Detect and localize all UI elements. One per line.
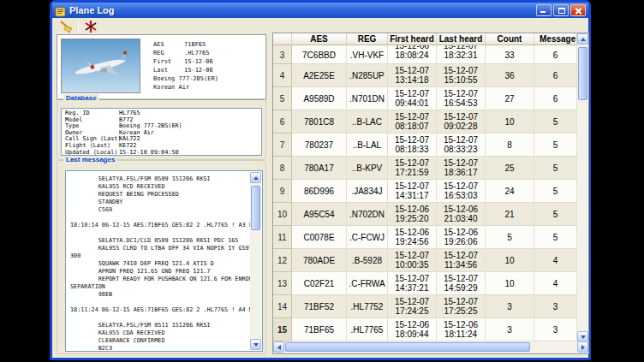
titlebar[interactable]: Plane Log: [52, 3, 588, 18]
count-cell: 27: [486, 87, 534, 110]
first-heard-cell: 15-12-07 08:18:07: [388, 110, 437, 134]
reg-cell: ..B-LAC: [347, 110, 388, 134]
scroll-up-button[interactable]: [577, 33, 588, 45]
reg-cell: .N701DN: [347, 87, 388, 110]
count-cell: 10: [486, 272, 534, 295]
first-heard-cell: 15-12-07 10:00:35: [388, 249, 437, 272]
aircraft-photo: [61, 39, 140, 93]
field-value: 15-12-10 09:04:50: [119, 149, 179, 156]
table-row[interactable]: 5A9589D.N701DN15-12-07 09:44:0115-12-07 …: [273, 87, 577, 110]
table-row[interactable]: 11C0078E.C-FCWJ15-12-06 19:24:5615-12-06…: [273, 226, 577, 249]
clear-log-button[interactable]: [57, 19, 75, 34]
reg-cell: .N702DN: [347, 203, 388, 226]
database-title: Database: [63, 94, 99, 102]
toolbar-separator: [78, 21, 79, 33]
aes-cell: C02F21: [292, 272, 347, 295]
column-header[interactable]: Count: [486, 33, 534, 45]
table-horizontal-scrollbar[interactable]: [273, 341, 588, 353]
reg-cell: .C-FCWJ: [347, 226, 388, 249]
window-title: Plane Log: [69, 5, 115, 15]
reg-cell: ..B-LAL: [347, 134, 388, 157]
table-row[interactable]: 37C6BBD.VH-VKF15-12-06 18:08:2415-12-07 …: [273, 45, 577, 64]
table-row[interactable]: 67801C8..B-LAC15-12-07 08:18:0715-12-07 …: [273, 110, 577, 134]
flight-table: AESREGFirst heardLast heardCountMessage …: [272, 33, 589, 354]
first-heard-cell: 15-12-07 08:18:33: [388, 134, 437, 157]
aes-cell: 71BF65: [292, 318, 347, 341]
messages-groupbox: Last messages SELATYA.FSL/FSM 0509 15120…: [57, 160, 266, 354]
field-label: Updated (Local): [65, 150, 119, 156]
table-row[interactable]: 10A95C54.N702DN15-12-06 19:25:2015-12-06…: [273, 203, 577, 226]
table-row[interactable]: 13C02F21.C-FRWA15-12-07 14:37:2115-12-07…: [273, 272, 577, 295]
first-heard-cell: 15-12-07 09:44:01: [388, 87, 437, 110]
table-vertical-scrollbar[interactable]: [577, 33, 588, 342]
aes-cell: A2E25E: [292, 64, 347, 87]
table-row[interactable]: 8780A17..B-KPV15-12-07 17:21:5915-12-07 …: [273, 157, 577, 180]
message-count-cell: 6: [534, 87, 577, 110]
count-cell: 21: [486, 203, 534, 226]
count-cell: 3: [486, 318, 534, 341]
table-row[interactable]: 986D996.JA834J15-12-07 14:31:1715-12-07 …: [273, 180, 577, 203]
message-count-cell: 6: [534, 64, 577, 87]
count-cell: 25: [486, 157, 534, 180]
scroll-up-button[interactable]: [250, 172, 261, 183]
reg-cell: .B-5928: [347, 249, 388, 272]
last-heard-cell: 15-12-07 16:54:53: [437, 87, 486, 110]
table-row[interactable]: 12780ADE.B-592815-12-07 10:00:3515-12-07…: [273, 249, 577, 272]
database-fields: Reg. IDHL7765ModelB772TypeBoeing 777-2B5…: [61, 108, 262, 156]
summary-value: 15-12-06: [184, 58, 213, 65]
scrollbar-thumb[interactable]: [251, 186, 260, 230]
row-number-cell: 6: [273, 110, 292, 134]
reg-cell: .N285UP: [347, 64, 388, 87]
maximize-button[interactable]: [553, 4, 569, 16]
table-body: 37C6BBD.VH-VKF15-12-06 18:08:2415-12-07 …: [273, 45, 577, 341]
database-groupbox: Database Reg. IDHL7765ModelB772TypeBoein…: [57, 98, 266, 160]
desktop-background: Plane Log: [0, 0, 644, 362]
aes-cell: A95C54: [292, 203, 347, 226]
first-heard-cell: 15-12-06 18:09:44: [388, 318, 437, 341]
reg-cell: ..B-KPV: [347, 157, 388, 180]
first-heard-cell: 15-12-07 17:21:59: [388, 157, 437, 180]
count-cell: 36: [486, 64, 534, 87]
first-heard-cell: 15-12-07 17:24:25: [388, 295, 437, 318]
first-heard-cell: 15-12-06 18:08:24: [388, 45, 437, 64]
column-header[interactable]: REG: [347, 33, 388, 45]
column-header[interactable]: Message count: [534, 33, 577, 45]
column-header[interactable]: First heard: [388, 33, 437, 45]
database-field-row: Reg. IDHL7765: [65, 110, 261, 117]
summary-value: .HL7765: [184, 50, 210, 56]
reg-cell: .VH-VKF: [347, 45, 388, 64]
scroll-left-button[interactable]: [273, 341, 284, 353]
aes-cell: 71BF52: [292, 295, 347, 318]
aes-cell: 780A17: [292, 157, 347, 180]
table-row[interactable]: 7780237..B-LAL15-12-07 08:18:3315-12-07 …: [273, 134, 577, 157]
aircraft-type-line: Boeing 777-2B5(ER): [153, 74, 218, 83]
column-header[interactable]: [273, 33, 292, 45]
table-row[interactable]: 1471BF52.HL775215-12-07 17:24:2515-12-07…: [273, 295, 577, 318]
column-header[interactable]: AES: [292, 33, 347, 45]
last-heard-cell: 15-12-06 21:03:40: [437, 203, 486, 226]
minimize-button[interactable]: [536, 4, 552, 16]
scroll-down-button[interactable]: [250, 339, 261, 350]
aes-cell: 86D996: [292, 180, 347, 203]
first-heard-cell: 15-12-07 14:37:21: [388, 272, 437, 295]
row-number-cell: 9: [273, 180, 292, 203]
table-row[interactable]: 1571BF65.HL776515-12-06 18:09:4415-12-06…: [273, 318, 577, 341]
scrollbar-thumb[interactable]: [285, 342, 530, 352]
row-number-cell: 11: [273, 226, 292, 249]
message-count-cell: 3: [534, 295, 577, 318]
summary-label: REG: [153, 49, 184, 57]
table-row[interactable]: 4A2E25E.N285UP15-12-07 13:14:1815-12-07 …: [273, 64, 577, 87]
close-button[interactable]: [570, 4, 586, 16]
first-heard-cell: 15-12-07 13:14:18: [388, 64, 437, 87]
count-cell: 24: [486, 180, 534, 203]
aes-cell: 7801C8: [292, 110, 347, 134]
scroll-right-button[interactable]: [577, 341, 588, 353]
messages-textarea[interactable]: SELATYA.FSL/FSM 0509 151206 RKSI KAL955 …: [65, 170, 263, 352]
summary-row: Last15-12-06: [153, 66, 218, 74]
mark-plane-button[interactable]: [82, 19, 99, 34]
column-header[interactable]: Last heard: [437, 33, 486, 45]
app-icon: [55, 5, 66, 16]
message-count-cell: 4: [534, 249, 577, 272]
messages-scrollbar[interactable]: [250, 172, 261, 350]
scrollbar-thumb[interactable]: [578, 47, 587, 100]
